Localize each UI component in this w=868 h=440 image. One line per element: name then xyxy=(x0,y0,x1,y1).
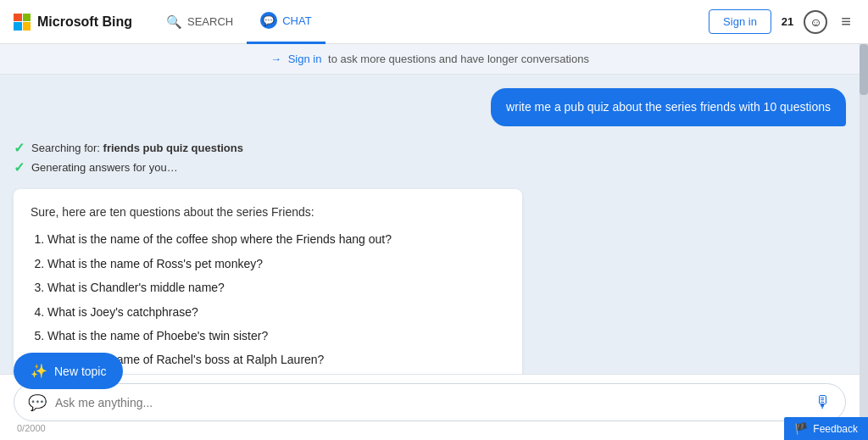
header: Microsoft Bing 🔍 SEARCH 💬 CHAT Sign in 2… xyxy=(0,0,868,44)
signin-banner-text: to ask more questions and have longer co… xyxy=(328,53,589,65)
input-row: 💬 🎙 xyxy=(14,383,846,421)
signin-banner: → Sign in to ask more questions and have… xyxy=(0,44,860,75)
status-item-generating: ✓ Generating answers for you… xyxy=(14,159,846,175)
check-icon-2: ✓ xyxy=(14,159,25,175)
ms-logo-icon xyxy=(14,14,31,31)
feedback-button[interactable]: 🏴 Feedback xyxy=(784,417,868,440)
status-messages: ✓ Searching for: friends pub quiz questi… xyxy=(14,136,846,179)
status-searching-label: Searching for: friends pub quiz question… xyxy=(31,142,243,154)
chat-area: → Sign in to ask more questions and have… xyxy=(0,44,860,440)
header-right: Sign in 21 ☺ ≡ xyxy=(709,8,854,35)
signin-arrow-icon: → xyxy=(270,53,281,65)
mic-icon[interactable]: 🎙 xyxy=(815,393,832,412)
feedback-flag-icon: 🏴 xyxy=(794,422,808,435)
response-card: Sure, here are ten questions about the s… xyxy=(14,189,522,374)
chat-nav-icon: 💬 xyxy=(260,12,277,29)
sign-in-button[interactable]: Sign in xyxy=(709,9,771,34)
rewards-icon[interactable]: ☺ xyxy=(804,10,827,34)
check-icon-1: ✓ xyxy=(14,140,25,156)
sparkle-icon: ✨ xyxy=(31,363,47,379)
main-container: → Sign in to ask more questions and have… xyxy=(0,44,868,440)
nav-chat[interactable]: 💬 CHAT xyxy=(247,0,325,44)
list-item: What is Joey's catchphrase? xyxy=(47,303,505,321)
list-item: What is Chandler's middle name? xyxy=(47,278,505,297)
hamburger-menu-icon[interactable]: ≡ xyxy=(837,8,854,35)
points-badge: 21 xyxy=(782,15,793,28)
response-intro: Sure, here are ten questions about the s… xyxy=(31,203,505,221)
main-nav: 🔍 SEARCH 💬 CHAT xyxy=(153,0,326,44)
search-nav-icon: 🔍 xyxy=(166,14,182,30)
scrollbar[interactable] xyxy=(860,44,868,440)
user-message-bubble: write me a pub quiz about the series fri… xyxy=(491,88,846,126)
new-topic-button[interactable]: ✨ New topic xyxy=(14,353,123,389)
signin-banner-link[interactable]: Sign in xyxy=(288,53,322,65)
chat-input-icon: 💬 xyxy=(28,393,47,412)
status-item-searching: ✓ Searching for: friends pub quiz questi… xyxy=(14,140,846,156)
quiz-questions-list: What is the name of the coffee shop wher… xyxy=(31,230,505,369)
search-nav-label: SEARCH xyxy=(187,15,233,28)
logo-area: Microsoft Bing xyxy=(14,14,132,31)
new-topic-label: New topic xyxy=(54,365,106,378)
chat-input[interactable] xyxy=(55,396,806,409)
char-count: 0/2000 xyxy=(14,421,846,435)
list-item: What is the name of Ross's pet monkey? xyxy=(47,254,505,273)
list-item: What is the name of the coffee shop wher… xyxy=(47,230,505,248)
feedback-label: Feedback xyxy=(813,423,858,435)
list-item: What is the name of Phoebe's twin sister… xyxy=(47,326,505,345)
nav-search[interactable]: 🔍 SEARCH xyxy=(153,0,247,44)
logo-text: Microsoft Bing xyxy=(37,14,132,30)
input-area: 💬 🎙 0/2000 xyxy=(0,374,860,440)
scrollbar-thumb[interactable] xyxy=(860,44,868,95)
messages-area[interactable]: write me a pub quiz about the series fri… xyxy=(0,75,860,374)
status-generating-label: Generating answers for you… xyxy=(31,161,178,174)
chat-nav-label: CHAT xyxy=(282,14,311,27)
